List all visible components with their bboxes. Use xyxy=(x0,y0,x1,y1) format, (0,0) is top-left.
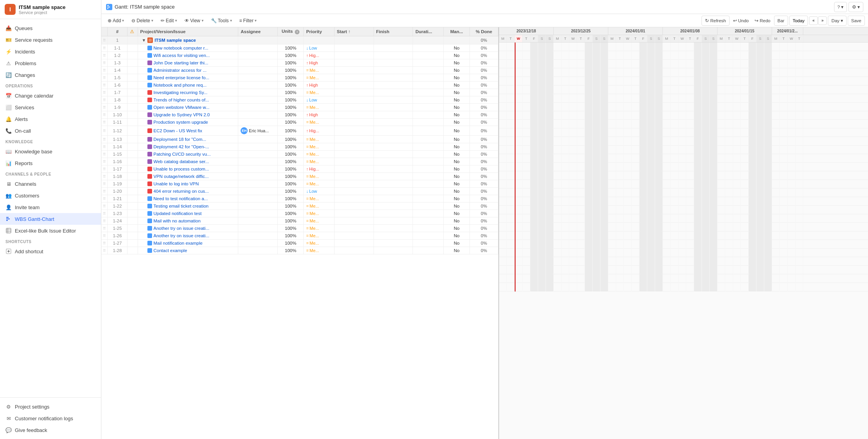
issue-cell[interactable]: Patching CI/CD security vu... xyxy=(138,151,238,158)
drag-handle[interactable]: ⠿ xyxy=(101,104,108,111)
issue-link[interactable]: 404 error returning on cus... xyxy=(154,189,209,194)
col-header-assignee[interactable]: Assignee xyxy=(238,27,278,36)
settings-button[interactable]: ⚙▾ xyxy=(849,2,863,12)
drag-handle[interactable]: ⠿ xyxy=(101,240,108,247)
chart-panel[interactable]: 2023/12/182023/12/252024/01/012024/01/08… xyxy=(499,27,868,439)
issue-cell[interactable]: Mail with no automation xyxy=(138,217,238,225)
issue-link[interactable]: Administrator access for ... xyxy=(154,68,207,73)
sidebar-item-queues[interactable]: 📥 Queues xyxy=(0,22,101,34)
col-header-duration[interactable]: Durati... xyxy=(413,27,443,36)
issue-cell[interactable]: Deployment 42 for "Open-... xyxy=(138,143,238,151)
issue-link[interactable]: Unable to log into VPN xyxy=(154,181,199,186)
drag-handle[interactable]: ⠿ xyxy=(101,44,108,52)
issue-cell[interactable]: Production system upgrade xyxy=(138,119,238,126)
drag-handle[interactable]: ⠿ xyxy=(101,82,108,89)
issue-link[interactable]: Testing email ticket creation xyxy=(154,204,209,208)
scroll-right-button[interactable]: » xyxy=(818,16,827,25)
drag-handle[interactable]: ⠿ xyxy=(101,180,108,188)
issue-cell[interactable]: Mail notification example xyxy=(138,240,238,247)
sidebar-item-services[interactable]: ⬜ Services xyxy=(0,101,101,113)
drag-handle[interactable]: ⠿ xyxy=(101,158,108,165)
drag-handle[interactable]: ⠿ xyxy=(101,89,108,96)
drag-handle[interactable]: ⠿ xyxy=(101,225,108,232)
today-button[interactable]: Today xyxy=(789,16,808,26)
sidebar-item-change-calendar[interactable]: 📅 Change calendar xyxy=(0,90,101,101)
scroll-left-button[interactable]: « xyxy=(809,16,818,25)
drag-handle[interactable]: ⠿ xyxy=(101,188,108,195)
drag-handle[interactable]: ⠿ xyxy=(101,96,108,104)
drag-handle[interactable]: ⠿ xyxy=(101,126,108,136)
issue-link[interactable]: Contact example xyxy=(154,248,187,253)
sidebar-item-customer-notifications[interactable]: ✉ Customer notification logs xyxy=(0,412,101,424)
issue-link[interactable]: Mail notification example xyxy=(154,241,203,245)
redo-button[interactable]: ↪ Redo xyxy=(752,16,773,26)
bar-button[interactable]: Bar xyxy=(774,16,788,26)
issue-cell[interactable]: Open webstore VMware w... xyxy=(138,104,238,111)
add-button[interactable]: ⊕ Add ▾ xyxy=(105,16,127,26)
save-button[interactable]: Save xyxy=(848,16,865,26)
issue-cell[interactable]: VPN outage/network diffic... xyxy=(138,173,238,180)
delete-button[interactable]: ⊖ Delete ▾ xyxy=(128,16,156,26)
issue-cell[interactable]: Contact example xyxy=(138,247,238,254)
issue-cell[interactable]: Need to test notification a... xyxy=(138,195,238,203)
drag-handle[interactable]: ⠿ xyxy=(101,119,108,126)
issue-cell[interactable]: Administrator access for ... xyxy=(138,67,238,74)
issue-link[interactable]: Trends of higher counts of... xyxy=(154,98,209,102)
issue-link[interactable]: Another try on issue creati... xyxy=(154,226,209,231)
sidebar-item-reports[interactable]: 📊 Reports xyxy=(0,157,101,169)
edit-button[interactable]: ✏ Edit ▾ xyxy=(158,16,180,26)
drag-handle[interactable]: ⠿ xyxy=(101,151,108,158)
drag-handle[interactable]: ⠿ xyxy=(101,111,108,119)
drag-handle[interactable]: ⠿ xyxy=(101,36,108,44)
issue-cell[interactable]: Web catalog database ser... xyxy=(138,158,238,165)
sidebar-item-customers[interactable]: 👥 Customers xyxy=(0,190,101,201)
issue-cell[interactable]: Trends of higher counts of... xyxy=(138,96,238,104)
sidebar-item-service-requests[interactable]: 🎫 Service requests xyxy=(0,34,101,46)
col-header-start[interactable]: Start ↑ xyxy=(334,27,374,36)
issue-link[interactable]: Mail with no automation xyxy=(154,219,201,223)
issue-cell[interactable]: EC2 Down - US West fix xyxy=(138,126,238,136)
sidebar-item-channels[interactable]: 🖥 Channels xyxy=(0,178,101,190)
sidebar-item-project-settings[interactable]: ⚙ Project settings xyxy=(0,401,101,412)
drag-handle[interactable]: ⠿ xyxy=(101,232,108,240)
issue-link[interactable]: Need enterprise license fo... xyxy=(154,75,209,80)
issue-link[interactable]: Deployment 18 for "Com... xyxy=(154,137,206,142)
sidebar-item-give-feedback[interactable]: 💬 Give feedback xyxy=(0,424,101,436)
issue-link[interactable]: Wifi access for visiting ven... xyxy=(154,53,210,58)
sidebar-item-problems[interactable]: ⚠ Problems xyxy=(0,57,101,69)
issue-link[interactable]: Notebook and phone req... xyxy=(154,83,207,87)
issue-link[interactable]: VPN outage/network diffic... xyxy=(154,174,209,179)
issue-link[interactable]: Updated notification test xyxy=(154,211,202,216)
issue-cell[interactable]: Deployment 18 for "Com... xyxy=(138,136,238,143)
issue-link[interactable]: Investigating recurring Sy... xyxy=(154,90,208,95)
issue-link[interactable]: Open webstore VMware w... xyxy=(154,105,210,110)
col-header-issue[interactable]: Project/Version/Issue xyxy=(138,27,238,36)
sidebar-item-knowledge-base[interactable]: 📖 Knowledge base xyxy=(0,146,101,157)
issue-cell[interactable]: 404 error returning on cus... xyxy=(138,188,238,195)
drag-handle[interactable]: ⠿ xyxy=(101,173,108,180)
issue-link[interactable]: Production system upgrade xyxy=(154,120,208,124)
issue-cell[interactable]: Investigating recurring Sy... xyxy=(138,89,238,96)
drag-handle[interactable]: ⠿ xyxy=(101,143,108,151)
issue-cell[interactable]: John Doe starting later thi... xyxy=(138,59,238,67)
issue-link[interactable]: Upgrade to Sydney VPN 2.0 xyxy=(154,112,210,117)
sidebar-item-incidents[interactable]: ⚡ Incidents xyxy=(0,46,101,57)
col-header-pct[interactable]: % Done xyxy=(470,27,498,36)
tools-button[interactable]: 🔧 Tools ▾ xyxy=(208,16,235,26)
help-button[interactable]: ?▾ xyxy=(834,2,847,12)
day-view-button[interactable]: Day ▾ xyxy=(828,16,846,26)
issue-link[interactable]: Web catalog database ser... xyxy=(154,159,209,164)
issue-link[interactable]: Patching CI/CD security vu... xyxy=(154,152,211,156)
issue-link[interactable]: Need to test notification a... xyxy=(154,196,208,201)
issue-cell[interactable]: Another try on issue creati... xyxy=(138,225,238,232)
issue-cell[interactable]: Unable to process custom... xyxy=(138,165,238,173)
drag-handle[interactable]: ⠿ xyxy=(101,165,108,173)
grid-panel[interactable]: # ⚠ Project/Version/Issue Assignee Units xyxy=(101,27,499,439)
issue-link[interactable]: ITSM sample space xyxy=(154,38,196,43)
issue-cell[interactable]: Upgrade to Sydney VPN 2.0 xyxy=(138,111,238,119)
drag-handle[interactable]: ⠿ xyxy=(101,203,108,210)
col-header-priority[interactable]: Priority xyxy=(304,27,334,36)
sidebar-item-alerts[interactable]: 🔔 Alerts xyxy=(0,113,101,125)
drag-handle[interactable]: ⠿ xyxy=(101,247,108,254)
drag-handle[interactable]: ⠿ xyxy=(101,52,108,59)
